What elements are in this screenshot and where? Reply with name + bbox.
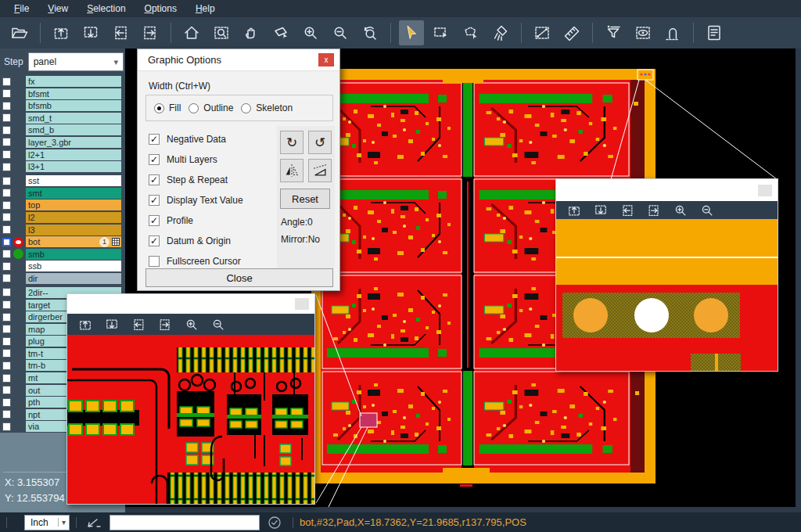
close-button[interactable]: Close — [145, 268, 333, 287]
layer-checkbox[interactable] — [2, 386, 11, 394]
layer-checkbox[interactable] — [2, 313, 11, 322]
confirm-circle-icon[interactable] — [268, 516, 282, 530]
layer-checkbox[interactable] — [2, 325, 11, 333]
shift-left-button[interactable] — [617, 202, 638, 219]
layer-row-smd_t[interactable]: smd_t — [0, 113, 125, 124]
shift-up-button[interactable] — [75, 316, 95, 333]
pan-hand-button[interactable] — [239, 20, 264, 45]
layer-label[interactable]: bfsmb — [26, 100, 121, 111]
layer-row-smb[interactable]: smb — [0, 249, 125, 260]
zoom-in-button[interactable] — [670, 202, 691, 219]
option-datum-origin[interactable]: ✓Datum & Origin — [149, 231, 243, 251]
layer-checkbox[interactable] — [2, 102, 11, 110]
layer-checkbox[interactable] — [2, 250, 11, 258]
layer-checkbox[interactable] — [2, 77, 11, 86]
magnifier-2-title-bar[interactable] — [556, 179, 778, 201]
layer-label[interactable]: layer_3.gbr — [26, 137, 121, 148]
option-display-text-value[interactable]: ✓Display Text Value — [149, 190, 243, 210]
shift-down-button[interactable] — [102, 316, 122, 333]
layer-row-dir[interactable]: dir — [0, 273, 125, 284]
step-dropdown[interactable]: panel ▾ — [28, 52, 124, 71]
rect-select-button[interactable] — [429, 20, 454, 45]
layer-checkbox[interactable] — [2, 288, 11, 297]
layer-checkbox[interactable] — [2, 138, 11, 146]
layer-row-l3+1[interactable]: l3+1 — [0, 161, 125, 172]
dialog-title-bar[interactable]: Graphic Options x — [138, 49, 339, 71]
layer-checkbox[interactable] — [2, 201, 11, 210]
layer-row-bfsmb[interactable]: bfsmb — [0, 100, 125, 111]
layer-checkbox[interactable] — [2, 262, 11, 271]
layer-row-sst[interactable]: sst — [0, 175, 125, 186]
layer-checkbox[interactable] — [2, 225, 11, 234]
option-multi-layers[interactable]: ✓Multi Layers — [149, 149, 243, 170]
layer-checkbox[interactable] — [2, 300, 11, 309]
menu-selection[interactable]: Selection — [79, 2, 133, 16]
layer-row-l2+1[interactable]: l2+1 — [0, 149, 125, 160]
mirror-horizontal-button[interactable] — [280, 159, 304, 182]
drag-view-button[interactable] — [268, 20, 293, 45]
zoom-previous-button[interactable] — [357, 20, 383, 45]
shift-down-button[interactable] — [78, 20, 103, 45]
mirror-vertical-button[interactable] — [308, 159, 332, 182]
shift-down-button[interactable] — [591, 202, 611, 219]
layer-row-top[interactable]: top — [0, 200, 125, 210]
clean-brush-button[interactable] — [488, 20, 513, 45]
polygon-select-button[interactable] — [458, 20, 483, 45]
layer-checkbox[interactable] — [2, 238, 11, 246]
option-step-repeat[interactable]: ✓Step & Repeat — [149, 170, 243, 190]
snap-corner-icon[interactable] — [86, 516, 102, 530]
shift-up-button[interactable] — [564, 202, 584, 219]
layer-checkbox[interactable] — [2, 398, 11, 407]
width-radio-outline[interactable]: Outline — [189, 102, 233, 113]
layer-row-fx[interactable]: fx — [0, 76, 125, 87]
reset-button[interactable]: Reset — [280, 189, 330, 209]
layer-label[interactable]: l2 — [26, 212, 121, 223]
shift-left-button[interactable] — [108, 20, 133, 45]
menu-file[interactable]: File — [6, 2, 37, 16]
layer-checkbox[interactable] — [2, 113, 11, 122]
rotate-cw-button[interactable]: ↻ — [280, 131, 304, 154]
shift-up-button[interactable] — [48, 20, 74, 45]
zoom-in-button[interactable] — [181, 316, 202, 333]
ruler-button[interactable] — [559, 20, 584, 45]
report-list-button[interactable] — [702, 20, 727, 45]
layer-row-layer_3.gbr[interactable]: layer_3.gbr — [0, 137, 125, 148]
magnifier-1-title-bar[interactable] — [67, 294, 314, 314]
layer-checkbox[interactable] — [2, 274, 11, 282]
zoom-window-button[interactable] — [209, 20, 234, 45]
layer-label[interactable]: l2+1 — [26, 149, 121, 160]
layer-label[interactable]: ssb — [26, 261, 121, 271]
layer-label[interactable]: l3 — [26, 225, 121, 235]
layer-label[interactable]: top — [26, 200, 121, 210]
layer-checkbox[interactable] — [2, 422, 11, 431]
layer-label[interactable]: bot1 — [26, 236, 121, 247]
layer-row-ssb[interactable]: ssb — [0, 261, 125, 271]
option-negative-data[interactable]: ✓Negative Data — [149, 129, 243, 149]
command-input[interactable] — [110, 515, 260, 530]
layer-label[interactable]: fx — [26, 76, 121, 87]
width-radio-skeleton[interactable]: Skeleton — [241, 102, 293, 113]
select-cursor-button[interactable] — [399, 20, 424, 45]
layer-label[interactable]: smb — [26, 249, 121, 260]
filter-button[interactable] — [601, 20, 626, 45]
magnifier-1-close-button[interactable] — [295, 298, 309, 310]
layer-checkbox[interactable] — [2, 89, 11, 98]
layer-label[interactable]: l3+1 — [26, 161, 121, 172]
layer-checkbox[interactable] — [2, 349, 11, 358]
menu-view[interactable]: View — [40, 2, 76, 16]
magnifier-2-close-button[interactable] — [758, 185, 772, 196]
shift-right-button[interactable] — [155, 316, 175, 333]
layer-label[interactable]: bfsmt — [26, 88, 121, 99]
layer-checkbox[interactable] — [2, 410, 11, 419]
layer-checkbox[interactable] — [2, 189, 11, 197]
open-file-button[interactable] — [7, 20, 32, 45]
option-profile[interactable]: ✓Profile — [149, 210, 243, 231]
layer-checkbox[interactable] — [2, 177, 11, 185]
unit-dropdown[interactable]: Inch ▾ — [24, 515, 70, 530]
zoom-out-button[interactable] — [208, 316, 228, 333]
shift-right-button[interactable] — [644, 202, 664, 219]
zoom-out-button[interactable] — [328, 20, 353, 45]
layer-row-smt[interactable]: smt — [0, 188, 125, 199]
rotate-ccw-button[interactable]: ↺ — [308, 131, 332, 154]
layer-row-bfsmt[interactable]: bfsmt — [0, 88, 125, 99]
